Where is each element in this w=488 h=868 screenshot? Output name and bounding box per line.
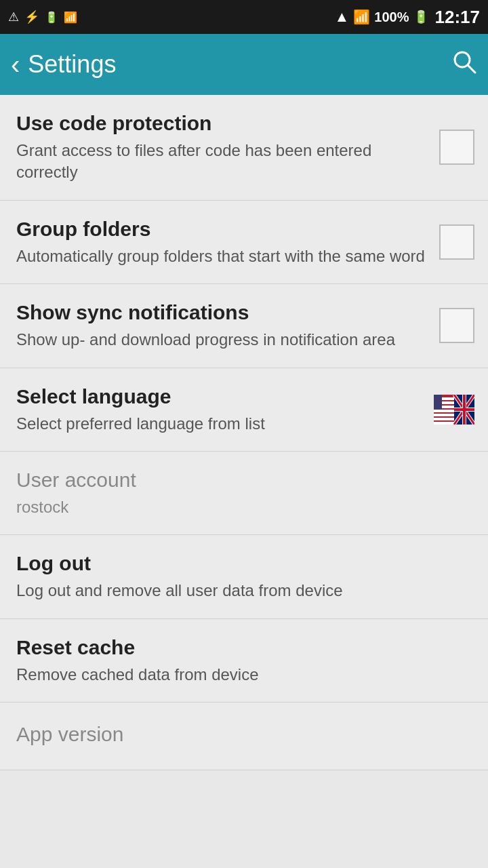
battery-percent: 100% [374, 9, 409, 25]
checkbox-group-folders[interactable] [439, 224, 474, 260]
settings-item-app-version: App version [0, 703, 488, 770]
settings-item-content: Use code protection Grant access to file… [16, 111, 439, 184]
status-bar: ⚠ ⚡ 🔋 📶 ▲ 📶 100% 🔋 12:17 [0, 0, 488, 34]
svg-rect-8 [434, 418, 454, 420]
svg-line-1 [468, 65, 475, 73]
item-subtitle-code-protection: Grant access to files after code has bee… [16, 140, 426, 184]
item-title-user-account: User account [16, 468, 461, 492]
item-subtitle-sync-notifications: Show up- and download progress in notifi… [16, 329, 426, 351]
checkbox-code-protection[interactable] [439, 130, 474, 165]
svg-rect-6 [434, 410, 454, 412]
item-subtitle-log-out: Log out and remove all user data from de… [16, 580, 461, 601]
settings-item-content: Show sync notifications Show up- and dow… [16, 300, 439, 351]
item-title-log-out: Log out [16, 551, 461, 576]
toolbar-title: Settings [28, 50, 116, 79]
settings-item-log-out[interactable]: Log out Log out and remove all user data… [0, 535, 488, 618]
svg-rect-19 [454, 408, 474, 411]
settings-item-select-language[interactable]: Select language Select preferred languag… [0, 368, 488, 452]
item-subtitle-reset-cache: Remove cached data from device [16, 664, 461, 686]
settings-item-group-folders[interactable]: Group folders Automatically group folder… [0, 201, 488, 284]
battery-small-icon: 🔋 [45, 11, 58, 24]
settings-item-content: Reset cache Remove cached data from devi… [16, 635, 474, 686]
svg-rect-9 [434, 422, 454, 425]
item-subtitle-user-account: rostock [16, 496, 461, 518]
settings-item-content: Select language Select preferred languag… [16, 384, 434, 435]
language-flag [434, 395, 474, 425]
settings-list: Use code protection Grant access to file… [0, 95, 488, 770]
svg-rect-7 [434, 414, 454, 416]
settings-item-reset-cache[interactable]: Reset cache Remove cached data from devi… [0, 619, 488, 703]
usb-icon: ⚡ [24, 9, 39, 24]
item-title-app-version: App version [16, 722, 461, 747]
item-subtitle-group-folders: Automatically group folders that start w… [16, 245, 426, 267]
item-title-reset-cache: Reset cache [16, 635, 461, 660]
back-button[interactable]: ‹ [11, 51, 20, 78]
item-title-group-folders: Group folders [16, 217, 426, 241]
battery-icon: 🔋 [413, 9, 428, 24]
wifi-icon: ▲ [335, 8, 350, 26]
settings-item-content: Log out Log out and remove all user data… [16, 551, 474, 601]
settings-item-content: Group folders Automatically group folder… [16, 217, 439, 267]
settings-item-user-account: User account rostock [0, 452, 488, 535]
settings-item-content: App version [16, 722, 474, 751]
item-subtitle-select-language: Select preferred language from list [16, 413, 420, 435]
item-title-sync-notifications: Show sync notifications [16, 300, 426, 325]
status-time: 12:17 [435, 7, 481, 28]
search-button[interactable] [451, 49, 477, 81]
settings-item-code-protection[interactable]: Use code protection Grant access to file… [0, 95, 488, 201]
signal-icon: 📶 [353, 9, 370, 25]
toolbar: ‹ Settings [0, 34, 488, 95]
status-icons-right: ▲ 📶 100% 🔋 12:17 [335, 7, 480, 28]
settings-item-content: User account rostock [16, 468, 474, 518]
checkbox-sync-notifications[interactable] [439, 308, 474, 343]
status-icons-left: ⚠ ⚡ 🔋 📶 [8, 9, 77, 24]
sim-icon: 📶 [64, 11, 77, 24]
item-title-code-protection: Use code protection [16, 111, 426, 136]
svg-rect-10 [434, 395, 442, 410]
settings-item-sync-notifications[interactable]: Show sync notifications Show up- and dow… [0, 284, 488, 368]
item-title-select-language: Select language [16, 384, 420, 409]
warning-icon: ⚠ [8, 9, 19, 24]
toolbar-left: ‹ Settings [11, 50, 116, 79]
